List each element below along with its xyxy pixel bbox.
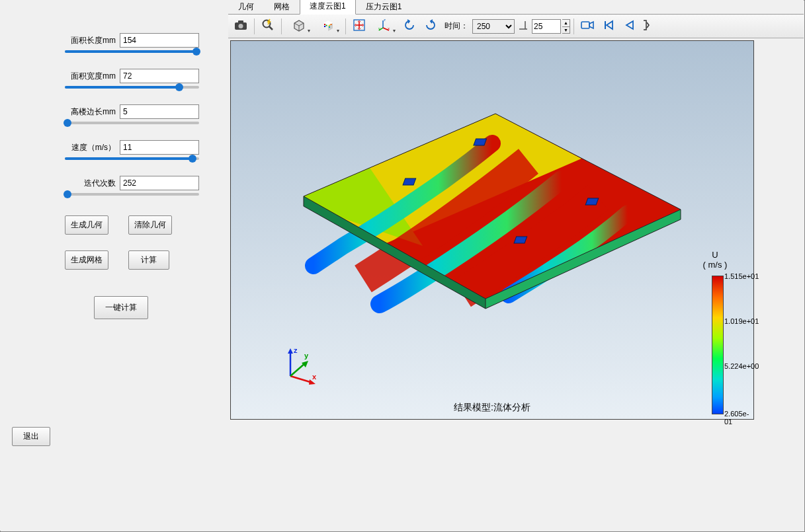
colormap-button[interactable] <box>314 17 342 36</box>
param-row-velocity: 速度（m/s） <box>20 140 208 155</box>
svg-marker-30 <box>589 22 593 28</box>
xyz-axes-icon: zxy <box>378 19 391 34</box>
velocity-contour-surface <box>271 107 684 338</box>
time-label: 时间： <box>445 20 468 32</box>
area-width-slider[interactable] <box>20 86 208 89</box>
velocity-slider[interactable] <box>20 157 208 160</box>
param-label: 面积长度mm <box>71 35 116 46</box>
param-label: 面积宽度mm <box>71 71 116 82</box>
zoom-reset-button[interactable] <box>258 17 278 36</box>
video-camera-icon <box>581 20 594 33</box>
prev-frame-button[interactable] <box>620 17 640 36</box>
area-width-input[interactable] <box>120 69 199 83</box>
fit-view-button[interactable] <box>349 17 369 36</box>
param-row-area-length: 面积长度mm <box>20 33 208 48</box>
generate-mesh-button[interactable]: 生成网格 <box>65 250 108 270</box>
param-label: 迭代次数 <box>84 178 116 189</box>
more-playback-button[interactable] <box>641 17 652 36</box>
svg-text:z: z <box>294 346 298 354</box>
colorbar-tick: 1.515e+01 <box>724 272 753 280</box>
svg-rect-29 <box>581 22 589 28</box>
frame-spin[interactable] <box>532 19 561 34</box>
building-edge-input[interactable] <box>120 104 199 119</box>
time-slider-button[interactable] <box>516 17 530 36</box>
tabs-bar: 几何 网格 速度云图1 压力云图1 <box>228 0 804 15</box>
param-row-iterations: 迭代次数 <box>20 176 208 190</box>
area-length-slider[interactable] <box>20 50 208 53</box>
iterations-slider[interactable] <box>20 193 208 196</box>
spin-up-icon[interactable]: ▲ <box>562 20 570 27</box>
main-panel: 几何 网格 速度云图1 压力云图1 <box>228 0 804 531</box>
first-frame-button[interactable] <box>599 17 618 36</box>
exit-button[interactable]: 退出 <box>12 427 50 446</box>
record-animation-button[interactable] <box>577 17 597 36</box>
svg-line-4 <box>269 26 273 30</box>
param-row-area-width: 面积宽度mm <box>20 69 208 83</box>
rotate-cw-button[interactable] <box>421 17 441 36</box>
axes-orientation-button[interactable]: zxy <box>370 17 398 36</box>
parameter-panel: 面积长度mm 面积宽度mm 高楼边长mm 速度（m/s） 迭代次数 生成几何 清… <box>0 0 228 531</box>
velocity-input[interactable] <box>120 140 199 155</box>
toolbar-separator <box>254 19 255 34</box>
time-select[interactable]: 250 <box>472 19 515 34</box>
colorbar-tick: 5.224e+00 <box>724 362 753 370</box>
building-edge-slider[interactable] <box>20 122 208 124</box>
frame-spinner-buttons[interactable]: ▲ ▼ <box>562 19 570 34</box>
area-length-input[interactable] <box>120 33 199 48</box>
svg-rect-16 <box>331 24 332 25</box>
play-reverse-icon <box>624 20 635 33</box>
viewport-toolbar: zxy 时间： 250 ▲ ▼ <box>228 15 804 38</box>
tab-velocity-contour[interactable]: 速度云图1 <box>300 0 356 15</box>
spin-down-icon[interactable]: ▼ <box>562 27 570 34</box>
colorbar-title: U ( m/s ) <box>695 250 735 270</box>
svg-rect-38 <box>403 178 416 185</box>
param-label: 速度（m/s） <box>71 142 116 153</box>
param-row-building-edge: 高楼边长mm <box>20 104 208 119</box>
svg-line-48 <box>290 376 312 383</box>
cube-outline-icon <box>292 19 306 34</box>
rubiks-cube-icon <box>321 19 335 34</box>
generate-geometry-button[interactable]: 生成几何 <box>65 215 108 235</box>
svg-marker-33 <box>626 21 633 29</box>
svg-rect-37 <box>474 139 487 145</box>
toolbar-separator <box>281 19 282 34</box>
iterations-input[interactable] <box>120 176 199 190</box>
one-click-calc-button[interactable]: 一键计算 <box>94 296 148 319</box>
rotate-cw-icon <box>424 19 437 34</box>
snapshot-button[interactable] <box>231 17 251 36</box>
param-label: 高楼边长mm <box>71 106 116 118</box>
rotate-ccw-button[interactable] <box>400 17 419 36</box>
toolbar-separator <box>573 19 574 34</box>
svg-rect-14 <box>324 26 325 27</box>
colorbar-tick: 1.019e+01 <box>724 317 753 325</box>
tab-geometry[interactable]: 几何 <box>228 0 264 15</box>
expand-right-icon <box>643 19 650 34</box>
surface-rep-button[interactable] <box>285 17 313 36</box>
colorbar-tick: 2.605e-01 <box>724 410 753 426</box>
svg-rect-39 <box>585 198 599 205</box>
svg-line-51 <box>290 363 306 376</box>
svg-text:z: z <box>384 19 386 22</box>
svg-text:x: x <box>312 373 317 381</box>
clear-geometry-button[interactable]: 清除几何 <box>128 215 172 235</box>
svg-rect-1 <box>238 20 243 23</box>
svg-text:y: y <box>304 352 309 360</box>
svg-rect-40 <box>514 237 527 243</box>
render-viewport[interactable]: z x y 结果模型:流体分析 U ( m/s ) 1.515e+01 1.01… <box>230 40 754 420</box>
svg-rect-15 <box>329 24 330 26</box>
svg-text:y: y <box>378 26 380 30</box>
colorbar <box>712 276 724 414</box>
svg-marker-46 <box>288 348 293 354</box>
svg-rect-13 <box>326 24 327 26</box>
svg-rect-12 <box>324 24 325 25</box>
calculate-button[interactable]: 计算 <box>128 250 169 270</box>
camera-icon <box>234 20 247 33</box>
toolbar-separator <box>345 19 346 34</box>
slider-handle-icon <box>519 19 528 34</box>
svg-text:x: x <box>388 26 390 30</box>
svg-marker-32 <box>607 21 613 29</box>
svg-rect-17 <box>329 26 330 28</box>
tab-mesh[interactable]: 网格 <box>264 0 300 15</box>
orientation-axes: z x y <box>280 346 320 386</box>
tab-pressure-contour[interactable]: 压力云图1 <box>356 0 412 15</box>
